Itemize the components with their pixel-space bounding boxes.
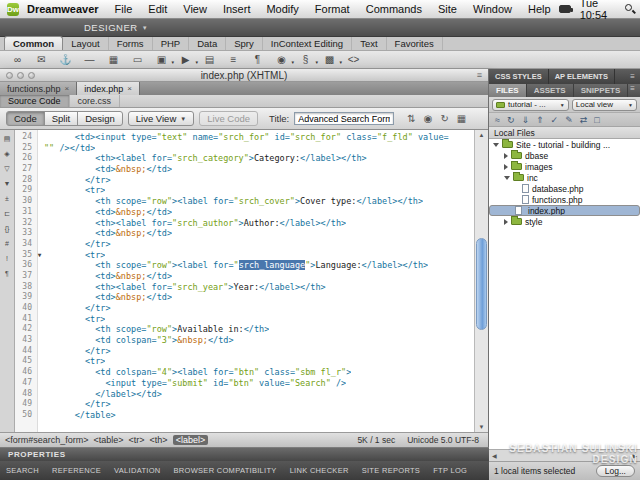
code-line-27[interactable]: 27 <td>&nbsp;</td> (15, 164, 474, 175)
results-tab-reference[interactable]: REFERENCE (52, 466, 101, 475)
synchronize-icon[interactable]: ⇄ (580, 115, 588, 125)
menu-site[interactable]: Site (430, 3, 465, 15)
expand-all-icon[interactable]: ± (2, 194, 13, 204)
code-line-35[interactable]: 35▼ <tr> (15, 250, 474, 261)
named-anchor-icon[interactable]: ⚓ (58, 54, 73, 65)
code-line-30[interactable]: 30 <th scope="row"><label for="srch_cove… (15, 196, 474, 207)
scroll-right-icon[interactable]: ▶ (632, 452, 637, 459)
insert-tab-text[interactable]: Text (352, 37, 386, 50)
code-line-29[interactable]: 29 <tr> (15, 185, 474, 196)
tag-selector-current[interactable]: <label> (173, 435, 209, 445)
preview-browser-icon[interactable]: ◉ (424, 113, 433, 124)
insert-div-icon[interactable]: ▭ (130, 54, 145, 65)
code-line-44[interactable]: 44 </tr> (15, 346, 474, 357)
css-styles-panel-header[interactable]: CSS STYLESAP ELEMENTS ≡ (489, 69, 640, 84)
code-line-37[interactable]: 37 <td>&nbsp;</td> (15, 271, 474, 282)
table-icon[interactable]: ▦ (106, 54, 121, 65)
date-icon[interactable]: ▤ (202, 54, 217, 65)
check-out-icon[interactable]: ✓ (551, 115, 559, 125)
site-select[interactable]: tutorial - ... ▼ (492, 99, 569, 111)
code-line-47[interactable]: 47 <input type="submit" id="btn" value="… (15, 378, 474, 389)
expand-icon[interactable]: □ (594, 115, 599, 125)
templates-icon[interactable]: ▩▾ (322, 54, 337, 65)
results-tab-link-checker[interactable]: LINK CHECKER (290, 466, 349, 475)
dreamweaver-app-icon[interactable]: Dw (7, 3, 19, 16)
select-parent-tag-icon[interactable]: ⊏ (2, 209, 13, 219)
menu-commands[interactable]: Commands (358, 3, 430, 15)
head-icon[interactable]: ◉▾ (274, 54, 289, 65)
code-line-49[interactable]: 49 </tr> (15, 399, 474, 410)
app-menu[interactable]: Dreamweaver (19, 3, 107, 15)
image-icon[interactable]: ▣▾ (154, 54, 169, 65)
code-scrollbar[interactable]: ▲ ▼ (474, 130, 488, 432)
hyperlink-icon[interactable]: ∞ (10, 54, 25, 65)
code-lines[interactable]: 24 <td><input type="text" name="srch_for… (15, 132, 474, 432)
highlight-invalid-code-icon[interactable]: ! (2, 254, 13, 264)
results-tab-validation[interactable]: VALIDATION (114, 466, 160, 475)
results-tab-site-reports[interactable]: SITE REPORTS (362, 466, 420, 475)
results-tab-browser-compatibility[interactable]: BROWSER COMPATIBILITY (174, 466, 277, 475)
tree-item-database-php[interactable]: database.php (489, 183, 640, 194)
page-title-input[interactable] (294, 112, 394, 125)
code-line-40[interactable]: 40 </tr> (15, 303, 474, 314)
view-button-design[interactable]: Design (77, 111, 123, 126)
insert-tab-favorites[interactable]: Favorites (387, 37, 443, 50)
document-tab-index-php[interactable]: index.php× (77, 82, 140, 95)
live-code-button[interactable]: Live Code (199, 111, 258, 126)
collapse-arrow-icon[interactable] (504, 176, 510, 180)
connect-icon[interactable]: ≈ (495, 115, 500, 125)
collapse-selection-icon[interactable]: ▼ (2, 179, 13, 189)
code-line-36[interactable]: 36 <th scope="row"><label for="srch_lang… (15, 260, 474, 271)
insert-tab-php[interactable]: PHP (153, 37, 190, 50)
workspace-switcher[interactable]: DESIGNER ▼ (84, 22, 148, 33)
toolbar-toggle-icon[interactable]: ≡ (477, 70, 482, 80)
related-file-source-code[interactable]: Source Code (0, 95, 70, 107)
view-options-icon[interactable]: ▦ (457, 113, 466, 124)
code-line-39[interactable]: 39 <td>&nbsp;</td> (15, 292, 474, 303)
email-link-icon[interactable]: ✉ (34, 54, 49, 65)
document-title-bar[interactable]: index.php (XHTML) ≡ (0, 69, 488, 82)
scroll-left-icon[interactable]: ◀ (492, 452, 497, 459)
open-documents-icon[interactable]: ▤ (2, 134, 13, 144)
collapse-full-tag-icon[interactable]: ▽ (2, 164, 13, 174)
live-view-button[interactable]: Live View ▼ (128, 111, 194, 126)
tag-selector-th[interactable]: <th> (150, 435, 168, 445)
scroll-up-icon[interactable]: ▲ (475, 130, 488, 140)
document-tab-functions-php[interactable]: functions.php× (0, 82, 77, 95)
spotlight-icon[interactable] (624, 3, 633, 15)
zoom-window-icon[interactable] (28, 72, 35, 79)
panel-menu-icon[interactable]: ≡ (630, 84, 640, 97)
properties-panel-header[interactable]: PROPERTIES (0, 447, 489, 461)
insert-tab-forms[interactable]: Forms (109, 37, 153, 50)
script-icon[interactable]: §▾ (298, 54, 313, 65)
tree-item-functions-php[interactable]: functions.php (489, 194, 640, 205)
code-line-26[interactable]: 26 <th><label for="srch_category">Catego… (15, 153, 474, 164)
menu-edit[interactable]: Edit (140, 3, 175, 15)
tag-chooser-icon[interactable]: <> (346, 54, 361, 65)
panel-menu-icon[interactable]: ≡ (630, 72, 640, 81)
code-line-31[interactable]: 31 <td>&nbsp;</td> (15, 207, 474, 218)
collapse-arrow-icon[interactable] (493, 143, 499, 147)
file-tree[interactable]: Site - tutorial - building ...dbaseimage… (489, 139, 640, 449)
code-line-41[interactable]: 41 <tr> (15, 314, 474, 325)
line-numbers-icon[interactable]: # (2, 239, 13, 249)
view-select[interactable]: Local view ▼ (572, 99, 637, 111)
code-line-46[interactable]: 46 <td colspan="4"><label for="btn" clas… (15, 367, 474, 378)
comment-icon[interactable]: ¶ (250, 54, 265, 65)
code-line-33[interactable]: 33 <td>&nbsp;</td> (15, 228, 474, 239)
log-button[interactable]: Log... (596, 465, 635, 477)
tree-item-site-tutorial-building[interactable]: Site - tutorial - building ... (489, 139, 640, 150)
panel-tab-assets[interactable]: ASSETS (527, 84, 574, 97)
code-line-42[interactable]: 42 <th scope="row">Available in:</th> (15, 324, 474, 335)
files-panel-scrollbar[interactable]: ◀ ▶ (489, 449, 640, 461)
results-tab-search[interactable]: SEARCH (6, 466, 39, 475)
apply-comment-icon[interactable]: ¶ (2, 269, 13, 279)
battery-icon[interactable] (559, 5, 571, 13)
expand-arrow-icon[interactable] (504, 164, 508, 170)
scroll-thumb[interactable] (476, 238, 487, 330)
insert-tab-layout[interactable]: Layout (63, 37, 109, 50)
code-line-45[interactable]: 45 <tr> (15, 356, 474, 367)
panel-tab-css-styles[interactable]: CSS STYLES (489, 69, 549, 84)
menu-view[interactable]: View (175, 3, 215, 15)
code-line-25[interactable]: 25"" /></td> (15, 143, 474, 154)
